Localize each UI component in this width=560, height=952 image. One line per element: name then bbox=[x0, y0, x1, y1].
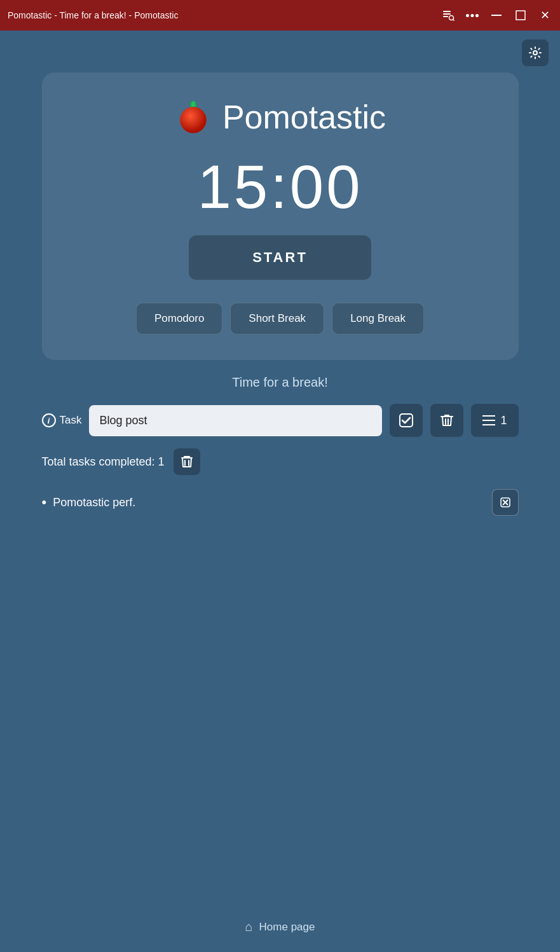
home-page-label: Home page bbox=[259, 921, 315, 934]
svg-line-4 bbox=[453, 20, 454, 21]
titlebar-title: Pomotastic - Time for a break! - Pomotas… bbox=[8, 10, 440, 20]
svg-point-10 bbox=[533, 51, 537, 55]
mode-button-short-break[interactable]: Short Break bbox=[230, 303, 324, 335]
completed-task-name: Pomotastic perf. bbox=[53, 496, 135, 509]
svg-rect-8 bbox=[491, 15, 502, 16]
timer-display: 15:00 bbox=[197, 156, 362, 217]
status-text: Time for a break! bbox=[232, 375, 327, 390]
task-input[interactable] bbox=[89, 405, 382, 436]
tomato-icon bbox=[174, 98, 212, 136]
delete-task-button[interactable] bbox=[430, 404, 463, 437]
search-icon[interactable] bbox=[440, 8, 456, 23]
info-icon: i bbox=[42, 413, 56, 427]
svg-point-7 bbox=[475, 14, 479, 17]
start-button[interactable]: START bbox=[189, 235, 371, 280]
completed-task-item: • Pomotastic perf. bbox=[42, 486, 519, 518]
task-row: i Task bbox=[42, 404, 519, 437]
mode-button-pomodoro[interactable]: Pomodoro bbox=[136, 303, 222, 335]
svg-rect-9 bbox=[516, 11, 525, 20]
more-options-icon[interactable] bbox=[465, 8, 480, 23]
svg-rect-0 bbox=[443, 11, 451, 12]
task-section: i Task bbox=[42, 404, 519, 518]
maximize-icon[interactable] bbox=[513, 8, 528, 23]
complete-task-button[interactable] bbox=[390, 404, 423, 437]
titlebar: Pomotastic - Time for a break! - Pomotas… bbox=[0, 0, 560, 31]
timer-card: Pomotastic 15:00 START Pomodoro Short Br… bbox=[42, 72, 519, 360]
svg-point-3 bbox=[449, 16, 454, 20]
mode-buttons: Pomodoro Short Break Long Break bbox=[136, 303, 424, 335]
total-completed-label: Total tasks completed: 1 bbox=[42, 455, 165, 469]
mode-button-long-break[interactable]: Long Break bbox=[332, 303, 424, 335]
task-count: 1 bbox=[500, 414, 507, 427]
svg-point-5 bbox=[466, 14, 469, 17]
task-label: i Task bbox=[42, 413, 82, 427]
svg-rect-2 bbox=[443, 16, 448, 17]
app-title-row: Pomotastic bbox=[174, 98, 386, 136]
remove-completed-task-button[interactable] bbox=[492, 489, 519, 516]
settings-button[interactable] bbox=[522, 39, 549, 66]
close-icon[interactable]: ✕ bbox=[537, 8, 552, 23]
delete-completed-button[interactable] bbox=[174, 448, 200, 475]
svg-point-6 bbox=[471, 14, 474, 17]
svg-point-15 bbox=[180, 107, 206, 133]
completed-task-left: • Pomotastic perf. bbox=[42, 495, 136, 509]
home-icon: ⌂ bbox=[245, 920, 253, 934]
settings-bar bbox=[0, 31, 560, 66]
titlebar-controls: ✕ bbox=[440, 8, 552, 23]
footer: ⌂ Home page bbox=[0, 907, 560, 952]
bullet-icon: • bbox=[42, 495, 47, 509]
completed-row: Total tasks completed: 1 bbox=[42, 448, 519, 475]
app-name: Pomotastic bbox=[222, 98, 386, 136]
task-list-button[interactable]: 1 bbox=[471, 404, 518, 437]
minimize-icon[interactable] bbox=[489, 8, 504, 23]
svg-rect-1 bbox=[443, 13, 451, 15]
main-content: Pomotastic 15:00 START Pomodoro Short Br… bbox=[0, 66, 560, 907]
